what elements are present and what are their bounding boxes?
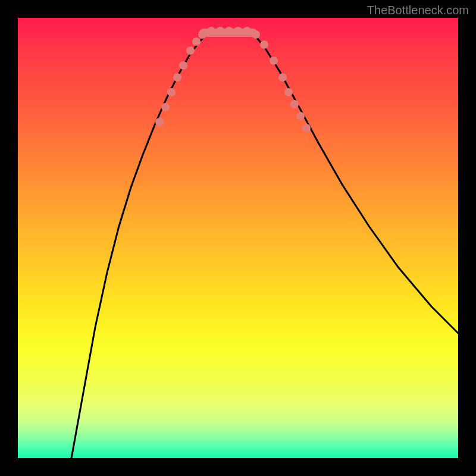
marker-dot [270, 57, 278, 65]
marker-dot [216, 27, 224, 35]
chart-svg [18, 18, 458, 458]
marker-dot [260, 40, 268, 49]
marker-dot [252, 30, 260, 39]
marker-dot [161, 103, 170, 111]
marker-dot [173, 73, 181, 82]
marker-dot [290, 100, 299, 108]
marker-dot [302, 124, 311, 132]
marker-dot [186, 46, 195, 55]
marker-dot [278, 73, 287, 82]
marker-dot [225, 27, 233, 35]
marker-dot [296, 112, 305, 120]
marker-dot [179, 61, 187, 70]
marker-dot [192, 37, 201, 46]
watermark-text: TheBottleneck.com [367, 4, 469, 17]
marker-dot [243, 27, 251, 35]
curve-lines [71, 33, 458, 458]
marker-dot [167, 88, 176, 96]
marker-dot [284, 88, 293, 96]
marker-dot [207, 27, 215, 35]
series-left-curve [71, 33, 208, 458]
marker-dots [155, 27, 311, 132]
marker-dot [234, 27, 242, 35]
marker-dot [155, 118, 164, 126]
chart-area [18, 18, 458, 458]
marker-dot [198, 30, 206, 39]
